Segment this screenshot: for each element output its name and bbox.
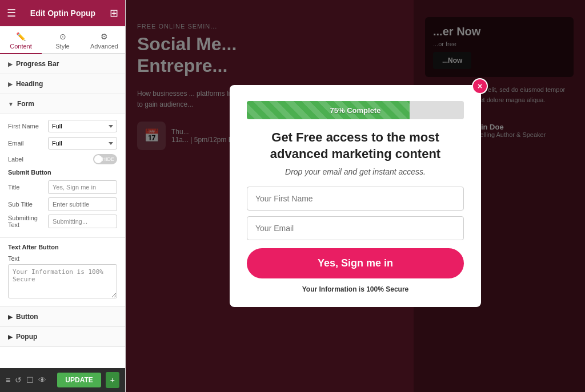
top-bar: ☰ Edit Optin Popup ⊞ bbox=[0, 0, 125, 26]
layer-icon[interactable]: ≡ bbox=[6, 375, 10, 385]
arrow-icon: ▶ bbox=[8, 61, 13, 67]
label-field-label: Label bbox=[8, 156, 93, 163]
subtitle-input[interactable] bbox=[48, 197, 117, 211]
tab-style-label: Style bbox=[55, 43, 69, 50]
section-form-header[interactable]: ▼ Form bbox=[0, 94, 125, 114]
popup-section-label: Popup bbox=[16, 333, 37, 341]
hamburger-icon[interactable]: ☰ bbox=[7, 7, 16, 19]
submitting-row: Submitting Text bbox=[8, 215, 117, 228]
tab-style[interactable]: ⊙ Style bbox=[42, 26, 83, 53]
modal-close-button[interactable]: × bbox=[472, 78, 488, 94]
submitting-row-label: Submitting Text bbox=[8, 215, 48, 228]
modal-progress-bar: 75% Complete bbox=[247, 101, 464, 119]
email-field-label: Email bbox=[8, 140, 48, 147]
tab-advanced[interactable]: ⚙ Advanced bbox=[83, 26, 125, 53]
modal-secure-text: Your Information is 100% Secure bbox=[247, 285, 464, 293]
label-toggle[interactable]: HIDE bbox=[93, 154, 117, 164]
subtitle-row-label: Sub Title bbox=[8, 201, 48, 208]
advanced-tab-icon: ⚙ bbox=[101, 32, 108, 41]
tabs-row: ✏️ Content ⊙ Style ⚙ Advanced bbox=[0, 26, 125, 54]
panel-content: ▶ Progress Bar ▶ Heading ▼ Form First Na… bbox=[0, 54, 125, 368]
left-panel: ☰ Edit Optin Popup ⊞ ✏️ Content ⊙ Style … bbox=[0, 0, 126, 392]
submitting-input[interactable] bbox=[48, 215, 117, 228]
email-row: Email FullFirstLastNone bbox=[8, 137, 117, 149]
undo-icon[interactable]: ↺ bbox=[15, 375, 22, 385]
tab-advanced-label: Advanced bbox=[90, 43, 118, 50]
progress-bar-label: Progress Bar bbox=[16, 60, 59, 68]
modal-email-input[interactable] bbox=[247, 216, 464, 240]
hide-text: HIDE bbox=[102, 156, 114, 162]
arrow-icon-popup: ▶ bbox=[8, 334, 13, 340]
main-area: FREE ONLINE SEMIN... Social Me...Entrepr… bbox=[126, 0, 585, 392]
arrow-icon-button: ▶ bbox=[8, 314, 13, 320]
title-row: Title bbox=[8, 180, 117, 194]
modal-heading: Get Free access to the most advanced mar… bbox=[247, 130, 464, 162]
modal-subheading: Drop your email and get instant access. bbox=[247, 167, 464, 176]
toggle-knob bbox=[94, 155, 102, 163]
monitor-icon[interactable]: ☐ bbox=[26, 375, 34, 385]
submit-button-title: Submit Button bbox=[8, 169, 117, 176]
text-after-textarea[interactable]: Your Information is 100% Secure bbox=[8, 264, 117, 298]
section-progress-bar[interactable]: ▶ Progress Bar bbox=[0, 54, 125, 74]
bottom-bar: ≡ ↺ ☐ 👁 UPDATE + bbox=[0, 368, 125, 392]
form-label: Form bbox=[17, 100, 34, 108]
first-name-select[interactable]: FullFirstLastNone bbox=[48, 120, 117, 132]
progress-label: 75% Complete bbox=[330, 106, 381, 115]
section-button[interactable]: ▶ Button bbox=[0, 307, 125, 327]
progress-bar-fill bbox=[247, 101, 410, 119]
modal-firstname-input[interactable] bbox=[247, 187, 464, 211]
text-after-button-title: Text After Button bbox=[8, 244, 117, 250]
modal-submit-button[interactable]: Yes, Sign me in bbox=[247, 248, 464, 278]
text-field-label: Text bbox=[8, 255, 48, 262]
tab-content-label: Content bbox=[10, 43, 32, 50]
content-tab-icon: ✏️ bbox=[16, 32, 26, 41]
plus-button[interactable]: + bbox=[106, 372, 119, 388]
update-button[interactable]: UPDATE bbox=[57, 373, 101, 387]
section-heading[interactable]: ▶ Heading bbox=[0, 74, 125, 94]
first-name-row: First Name FullFirstLastNone bbox=[8, 120, 117, 132]
email-select[interactable]: FullFirstLastNone bbox=[48, 137, 117, 149]
style-tab-icon: ⊙ bbox=[59, 32, 66, 41]
text-after-button-section: Text After Button Text Your Information … bbox=[0, 238, 125, 307]
subtitle-row: Sub Title bbox=[8, 197, 117, 211]
button-section-label: Button bbox=[16, 313, 38, 321]
title-input[interactable] bbox=[48, 180, 117, 194]
grid-icon[interactable]: ⊞ bbox=[110, 7, 118, 19]
modal: × 75% Complete Get Free access to the mo… bbox=[230, 85, 481, 306]
panel-title: Edit Optin Popup bbox=[30, 9, 95, 18]
tab-content[interactable]: ✏️ Content bbox=[0, 26, 42, 54]
label-toggle-row: Label HIDE bbox=[8, 154, 117, 164]
arrow-icon-form: ▼ bbox=[8, 101, 14, 107]
section-popup[interactable]: ▶ Popup bbox=[0, 327, 125, 347]
heading-label: Heading bbox=[16, 80, 43, 88]
modal-overlay: × 75% Complete Get Free access to the mo… bbox=[126, 0, 585, 392]
first-name-field-label: First Name bbox=[8, 123, 48, 130]
arrow-icon: ▶ bbox=[8, 81, 13, 87]
form-fields-section: First Name FullFirstLastNone Email FullF… bbox=[0, 114, 125, 238]
title-row-label: Title bbox=[8, 184, 48, 191]
eye-icon[interactable]: 👁 bbox=[38, 375, 46, 385]
